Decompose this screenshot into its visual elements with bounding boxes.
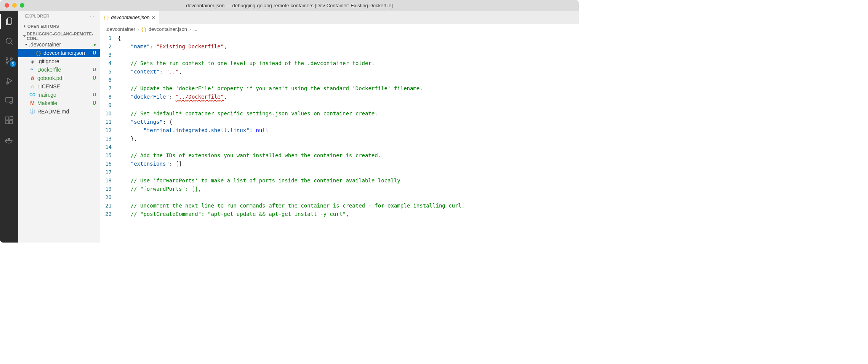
line-number: 13: [100, 134, 112, 143]
code-line[interactable]: },: [118, 134, 579, 143]
git-status: ●: [93, 42, 96, 47]
breadcrumb-more[interactable]: ...: [193, 26, 197, 32]
file-item[interactable]: MMakefileU: [18, 99, 100, 107]
git-status: U: [93, 50, 96, 56]
code-line[interactable]: [118, 193, 579, 201]
chevron-down-icon: [24, 43, 29, 46]
line-number: 5: [100, 67, 112, 76]
code-line[interactable]: // Add the IDs of extensions you want in…: [118, 151, 579, 160]
svg-rect-15: [8, 138, 9, 139]
line-number: 18: [100, 176, 112, 185]
titlebar[interactable]: devcontainer.json — debugging-golang-rem…: [0, 0, 579, 11]
breadcrumb-folder[interactable]: .devcontainer: [106, 26, 135, 32]
chevron-right-icon: ›: [138, 26, 139, 32]
code-line[interactable]: // Uncomment the next line to run comman…: [118, 201, 579, 210]
code-line[interactable]: [118, 76, 579, 84]
gitignore-icon: ◈: [29, 58, 36, 64]
source-control-activity[interactable]: 5: [0, 53, 18, 69]
line-number: 1: [100, 34, 112, 42]
tab-close-icon[interactable]: ×: [152, 14, 155, 21]
code-line[interactable]: // "forwardPorts": [],: [118, 185, 579, 193]
explorer-activity[interactable]: [0, 14, 18, 29]
code-line[interactable]: "extensions": []: [118, 160, 579, 168]
code-line[interactable]: // Sets the run context to one level up …: [118, 59, 579, 67]
minimize-window-button[interactable]: [12, 3, 17, 8]
extensions-activity[interactable]: [0, 113, 18, 128]
sidebar-more-icon[interactable]: ···: [90, 14, 94, 18]
line-number: 11: [100, 118, 112, 126]
json-icon: { }: [35, 50, 42, 56]
window-title: devcontainer.json — debugging-golang-rem…: [186, 3, 393, 8]
chevron-right-icon: [22, 24, 27, 28]
code-editor[interactable]: 12345678910111213141516171819202122 { "n…: [100, 34, 579, 243]
line-number: 3: [100, 51, 112, 59]
git-status: U: [93, 101, 96, 106]
line-number: 15: [100, 151, 112, 160]
file-item[interactable]: GOmain.goU: [18, 91, 100, 99]
remote-explorer-activity[interactable]: [0, 93, 18, 108]
project-header[interactable]: DEBUGGING-GOLANG-REMOTE-CON...: [18, 32, 100, 40]
svg-rect-8: [6, 117, 9, 120]
file-item[interactable]: ⌂LICENSE: [18, 82, 100, 91]
code-line[interactable]: [118, 51, 579, 59]
svg-rect-11: [10, 117, 13, 120]
code-line[interactable]: [118, 101, 579, 109]
tab-devcontainer-json[interactable]: { } devcontainer.json ×: [100, 11, 159, 24]
file-label: main.go: [37, 92, 93, 98]
sidebar-title: EXPLORER: [25, 14, 50, 18]
svg-rect-9: [6, 121, 9, 124]
code-line[interactable]: // Use 'forwardPorts' to make a list of …: [118, 176, 579, 185]
code-line[interactable]: // "postCreateCommand": "apt-get update …: [118, 210, 579, 218]
chevron-down-icon: [22, 34, 27, 38]
breadcrumb-file[interactable]: devcontainer.json: [149, 26, 187, 32]
svg-point-2: [6, 58, 8, 60]
readme-icon: ⓘ: [29, 108, 36, 115]
code-line[interactable]: [118, 143, 579, 151]
svg-point-7: [10, 101, 13, 104]
docker-activity[interactable]: [0, 133, 18, 148]
search-activity[interactable]: [0, 34, 18, 49]
open-editors-section[interactable]: OPEN EDITORS: [18, 21, 100, 31]
file-label: Makefile: [37, 100, 93, 106]
close-window-button[interactable]: [5, 3, 9, 8]
code-line[interactable]: "terminal.integrated.shell.linux": null: [118, 126, 579, 134]
code-line[interactable]: "name": "Existing Dockerfile",: [118, 42, 579, 51]
tab-label: devcontainer.json: [111, 14, 149, 20]
file-item[interactable]: ⓘREADME.md: [18, 107, 100, 116]
svg-rect-18: [32, 69, 32, 70]
debug-icon: [5, 76, 14, 85]
file-label: Dockerfile: [37, 67, 93, 73]
svg-point-0: [6, 38, 11, 43]
line-number: 8: [100, 93, 112, 101]
file-item[interactable]: ⎙gobook.pdfU: [18, 74, 100, 82]
file-item[interactable]: { }devcontainer.jsonU: [18, 49, 100, 57]
line-number: 22: [100, 210, 112, 218]
editor-area: { } devcontainer.json × .devcontainer › …: [100, 11, 579, 243]
git-status: U: [93, 67, 96, 72]
file-item[interactable]: ◈.gitignore: [18, 57, 100, 65]
line-number: 9: [100, 101, 112, 109]
line-number: 19: [100, 185, 112, 193]
line-number: 14: [100, 143, 112, 151]
chevron-right-icon: ›: [189, 26, 191, 32]
code-line[interactable]: // Set *default* container specific sett…: [118, 109, 579, 118]
code-line[interactable]: // Update the 'dockerFile' property if y…: [118, 84, 579, 93]
svg-line-1: [11, 43, 13, 45]
code-line[interactable]: "context": "..",: [118, 67, 579, 76]
docker-icon: [29, 67, 36, 72]
code-line[interactable]: "settings": {: [118, 118, 579, 126]
code-content[interactable]: { "name": "Existing Dockerfile", // Sets…: [118, 34, 579, 243]
activity-bar: 5: [0, 11, 18, 243]
line-number: 6: [100, 76, 112, 84]
folder-item[interactable]: .devcontainer●: [18, 40, 100, 49]
file-item[interactable]: DockerfileU: [18, 65, 100, 74]
code-line[interactable]: [118, 168, 579, 176]
debug-activity[interactable]: [0, 73, 18, 88]
line-number: 10: [100, 109, 112, 118]
code-line[interactable]: "dockerFile": "../Dockerfile",: [118, 93, 579, 101]
go-icon: GO: [29, 93, 36, 97]
breadcrumbs[interactable]: .devcontainer › { } devcontainer.json › …: [100, 24, 579, 34]
maximize-window-button[interactable]: [20, 3, 24, 8]
json-icon: { }: [104, 14, 109, 20]
code-line[interactable]: {: [118, 34, 579, 42]
